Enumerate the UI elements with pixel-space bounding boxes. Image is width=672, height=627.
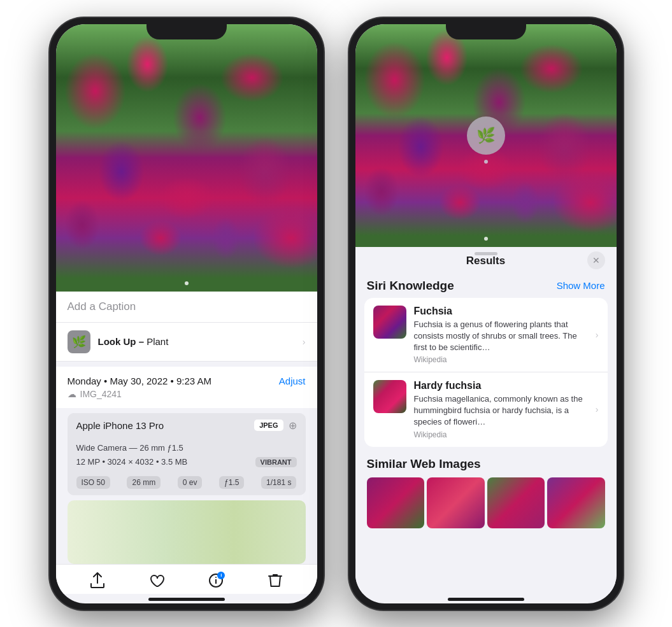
trash-icon[interactable]	[268, 573, 282, 592]
results-panel[interactable]: Results ✕ Siri Knowledge Show More Fuchs…	[355, 247, 617, 594]
device-badges: JPEG ⊕	[254, 419, 296, 432]
similar-image-4[interactable]	[547, 477, 605, 528]
knowledge-item-hardy[interactable]: Hardy fuchsia Fuchsia magellanica, commo…	[364, 372, 608, 447]
siri-leaf-icon: 🌿	[476, 127, 496, 144]
fuchsia-content: Fuchsia Fuchsia is a genus of flowering …	[414, 306, 590, 365]
show-more-link[interactable]: Show More	[557, 280, 605, 291]
similar-image-1[interactable]	[367, 477, 425, 528]
fuchsia-source: Wikipedia	[414, 355, 590, 364]
heart-icon[interactable]	[149, 574, 164, 591]
filename-label: IMG_4241	[80, 389, 122, 399]
hardy-source: Wikipedia	[414, 430, 590, 439]
similar-images-row	[367, 477, 605, 528]
exif-shutter: 1/181 s	[261, 476, 296, 489]
siri-dot	[484, 160, 488, 164]
photo-dot-left	[185, 281, 189, 285]
fuchsia-thumbnail	[373, 306, 406, 339]
svg-point-2	[215, 577, 217, 578]
left-phone: Add a Caption 🌿 Look Up – Plant › Monday…	[50, 18, 324, 610]
knowledge-item-fuchsia[interactable]: Fuchsia Fuchsia is a genus of flowering …	[364, 298, 608, 373]
info-icon[interactable]: i	[208, 573, 224, 592]
photo-dot-right	[484, 237, 488, 241]
meta-date: Monday • May 30, 2022 • 9:23 AM	[68, 376, 211, 386]
device-section: Apple iPhone 13 Pro JPEG ⊕ Wide Camera —…	[68, 413, 306, 495]
device-name: Apple iPhone 13 Pro	[76, 420, 164, 431]
phone-screen-right: 🌿 Results ✕ Siri Knowledge Show More	[355, 24, 617, 603]
hardy-thumbnail	[373, 380, 406, 413]
hardy-thumb-bg	[373, 380, 406, 413]
location-icon: ⊕	[289, 419, 297, 432]
similar-image-2[interactable]	[427, 477, 485, 528]
hardy-desc: Fuchsia magellanica, commonly known as t…	[414, 393, 590, 428]
knowledge-card: Fuchsia Fuchsia is a genus of flowering …	[364, 298, 608, 447]
results-title: Results	[466, 255, 505, 267]
similar-section: Similar Web Images	[355, 452, 617, 533]
mp-row: 12 MP • 3024 × 4032 • 3.5 MB VIBRANT	[68, 456, 306, 472]
lookup-icon: 🌿	[68, 330, 90, 353]
lookup-label: Look Up – Plant	[98, 336, 169, 347]
notch-right	[446, 18, 526, 39]
fuchsia-thumb-bg	[373, 306, 406, 339]
fuchsia-desc: Fuchsia is a genus of flowering plants t…	[414, 319, 590, 354]
toolbar-left: i	[56, 564, 317, 594]
flower-photo-left	[56, 24, 317, 292]
similar-title: Similar Web Images	[367, 457, 605, 471]
adjust-link[interactable]: Adjust	[279, 376, 306, 386]
caption-area[interactable]: Add a Caption	[56, 292, 317, 323]
share-icon[interactable]	[90, 572, 104, 593]
map-area[interactable]	[68, 500, 306, 564]
info-badge-dot: i	[217, 572, 225, 579]
fuchsia-name: Fuchsia	[414, 306, 590, 317]
phone-screen-left: Add a Caption 🌿 Look Up – Plant › Monday…	[56, 24, 317, 603]
device-row: Apple iPhone 13 Pro JPEG ⊕	[68, 413, 306, 438]
meta-section: Monday • May 30, 2022 • 9:23 AM Adjust ☁…	[56, 367, 317, 408]
content-area-left[interactable]: Add a Caption 🌿 Look Up – Plant › Monday…	[56, 292, 317, 594]
hardy-name: Hardy fuchsia	[414, 380, 590, 391]
lens-text: Wide Camera — 26 mm ƒ1.5	[76, 443, 183, 453]
lens-row: Wide Camera — 26 mm ƒ1.5	[68, 438, 306, 456]
right-phone: 🌿 Results ✕ Siri Knowledge Show More	[349, 18, 623, 610]
fuchsia-chevron: ›	[596, 330, 599, 340]
home-indicator-right	[448, 598, 524, 601]
siri-knowledge-title: Siri Knowledge	[367, 279, 454, 293]
close-icon: ✕	[592, 255, 600, 265]
drag-handle[interactable]	[475, 252, 497, 255]
exif-iso: ISO 50	[76, 476, 110, 489]
hardy-content: Hardy fuchsia Fuchsia magellanica, commo…	[414, 380, 590, 439]
meta-filename-row: ☁ IMG_4241	[68, 389, 306, 399]
siri-visual-search-button[interactable]: 🌿	[467, 116, 505, 155]
results-header: Results ✕	[355, 247, 617, 274]
hardy-chevron: ›	[596, 404, 599, 414]
map-bg	[68, 500, 306, 564]
home-indicator-left	[148, 598, 225, 601]
mp-text: 12 MP • 3024 × 4032 • 3.5 MB	[76, 457, 188, 467]
close-button[interactable]: ✕	[587, 251, 605, 269]
exif-ev: 0 ev	[178, 476, 203, 489]
notch	[147, 18, 227, 39]
photo-area-right[interactable]: 🌿	[355, 24, 617, 247]
vibrant-badge: VIBRANT	[255, 457, 297, 467]
caption-placeholder[interactable]: Add a Caption	[68, 300, 136, 313]
exif-row: ISO 50 26 mm 0 ev ƒ1.5 1/181 s	[68, 472, 306, 495]
exif-aperture: ƒ1.5	[219, 476, 244, 489]
cloud-icon: ☁	[68, 389, 76, 399]
format-badge: JPEG	[254, 419, 283, 431]
lookup-row[interactable]: 🌿 Look Up – Plant ›	[56, 323, 317, 362]
siri-knowledge-header: Siri Knowledge Show More	[355, 274, 617, 298]
similar-image-3[interactable]	[487, 477, 545, 528]
photo-area-left[interactable]	[56, 24, 317, 292]
meta-date-row: Monday • May 30, 2022 • 9:23 AM Adjust	[68, 376, 306, 386]
exif-focal: 26 mm	[127, 476, 161, 489]
lookup-chevron: ›	[303, 337, 306, 347]
